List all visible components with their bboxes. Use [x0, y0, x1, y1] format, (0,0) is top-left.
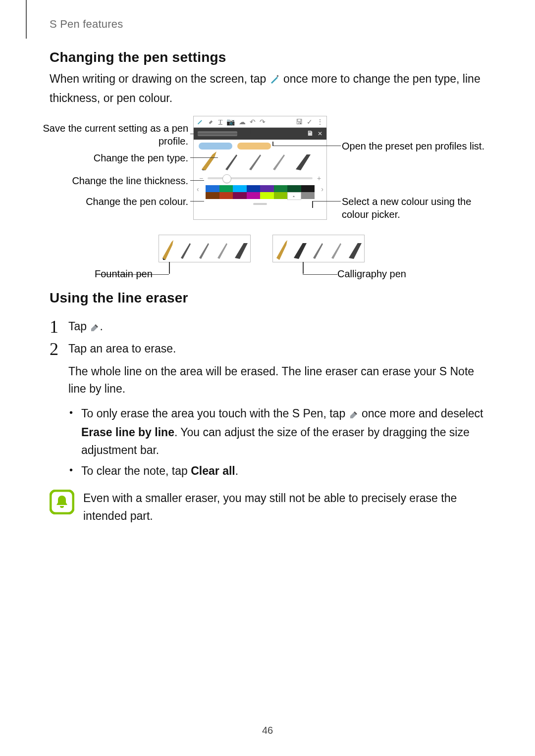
save-icon: 🖫 [296, 118, 303, 126]
section1-lead-a: When writing or drawing on the screen, t… [50, 72, 269, 85]
note-text: Even with a smaller eraser, you may stil… [83, 490, 485, 525]
step2-text-a: Tap an area to erase. [68, 340, 485, 358]
callout-open-presets: Open the preset pen profiles list. [342, 140, 490, 152]
colour-swatch [233, 192, 247, 199]
colour-swatch [247, 192, 261, 199]
step1-text-a: Tap [68, 320, 90, 333]
colour-swatch [233, 185, 247, 192]
step-1: 1 Tap . [50, 318, 485, 337]
pen-settings-diagram: T 📷 ☁ ↶ ↷ 🖫 ✓ ⋮ ✕ [50, 116, 485, 284]
drag-handle-icon [253, 203, 267, 205]
colour-swatch [219, 185, 233, 192]
settings-panel: T 📷 ☁ ↶ ↷ 🖫 ✓ ⋮ ✕ [193, 116, 327, 220]
preset-chip [199, 143, 232, 150]
colour-swatch [206, 185, 219, 192]
info-note: Even with a smaller eraser, you may stil… [50, 490, 485, 525]
breadcrumb: S Pen features [50, 18, 123, 31]
pen-type-card-calligraphy: Calligraphy pen [272, 235, 365, 262]
pen-icon [197, 118, 204, 126]
close-icon: ✕ [318, 130, 322, 137]
bullet1-a: To only erase the area you touch with th… [81, 407, 349, 420]
colour-swatch [301, 192, 315, 199]
colour-swatch [301, 185, 315, 192]
colour-swatch [219, 192, 233, 199]
cloud-icon: ☁ [239, 118, 246, 126]
bullet-2: To clear the note, tap Clear all. [81, 462, 485, 480]
section1-title: Changing the pen settings [50, 50, 485, 65]
colour-swatch [260, 185, 274, 192]
svg-rect-1 [309, 131, 311, 132]
note-bell-icon [50, 490, 74, 525]
pen-type-row [194, 151, 326, 173]
callout-calligraphy-pen: Calligraphy pen [337, 268, 406, 280]
chevron-left-icon: ‹ [197, 185, 199, 193]
eraser-icon [90, 319, 100, 337]
check-icon: ✓ [307, 118, 313, 126]
colour-swatch [260, 192, 274, 199]
bullet1-bold: Erase line by line [81, 426, 174, 439]
step-2: 2 Tap an area to erase. The whole line o… [50, 340, 485, 483]
callout-change-thickness: Change the line thickness. [35, 174, 188, 187]
callout-save-profile: Save the current setting as a pen profil… [35, 122, 188, 148]
colour-picker-icon [287, 192, 301, 200]
thickness-slider: − + [194, 173, 326, 183]
pen-type-card-fountain: Fountain pen [159, 235, 251, 262]
bullet2-bold: Clear all [191, 464, 235, 477]
callout-colour-picker: Select a new colour using the colour pic… [342, 195, 490, 221]
pen-icon [269, 72, 280, 90]
colour-swatch [274, 185, 288, 192]
profile-save-icon [307, 130, 314, 138]
section2-title: Using the line eraser [50, 290, 485, 306]
text-icon: T [218, 118, 222, 126]
bullet1-b: once more and deselect [359, 407, 483, 420]
colour-swatch [247, 185, 261, 192]
colour-palette: ‹ › [194, 183, 326, 201]
bullet2-b: . [235, 464, 238, 477]
undo-icon: ↶ [250, 118, 256, 126]
page-number: 46 [0, 725, 535, 736]
preset-chip [237, 143, 271, 150]
section1-lead: When writing or drawing on the screen, t… [50, 70, 485, 107]
camera-icon: 📷 [226, 118, 235, 126]
colour-swatch [274, 192, 288, 199]
svg-rect-0 [276, 75, 278, 77]
minus-icon: − [199, 174, 204, 182]
callout-change-type: Change the pen type. [35, 151, 188, 164]
colour-swatch [287, 185, 301, 192]
chevron-right-icon: › [321, 185, 323, 193]
more-icon: ⋮ [317, 118, 323, 126]
callout-change-colour: Change the pen colour. [35, 195, 188, 208]
header-vertical-rule [26, 0, 27, 39]
redo-icon: ↷ [260, 118, 266, 126]
eraser-icon [349, 406, 359, 424]
bullet-1: To only erase the area you touch with th… [81, 405, 485, 459]
colour-swatch [206, 192, 219, 199]
panel-toolbar: T 📷 ☁ ↶ ↷ 🖫 ✓ ⋮ [194, 116, 326, 128]
bullet2-a: To clear the note, tap [81, 464, 191, 477]
plus-icon: + [317, 174, 321, 182]
eraser-icon [208, 118, 214, 126]
step1-text-b: . [100, 320, 103, 333]
callout-fountain-pen: Fountain pen [95, 268, 153, 280]
step2-text-b: The whole line on the area will be erase… [68, 363, 485, 398]
